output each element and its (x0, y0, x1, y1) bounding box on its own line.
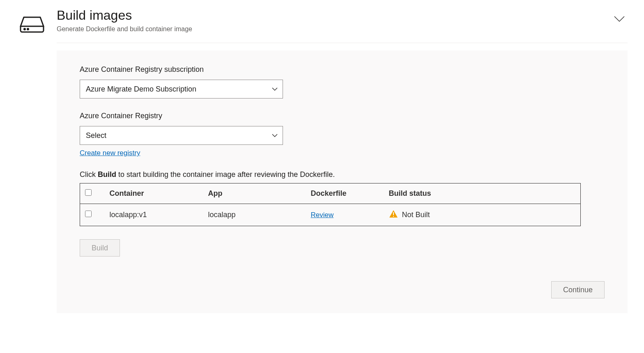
registry-value: Select (86, 131, 106, 140)
help-text: Click Build to start building the contai… (80, 170, 605, 179)
cell-container: localapp:v1 (105, 204, 203, 226)
storage-icon (20, 16, 44, 313)
continue-button[interactable]: Continue (551, 281, 605, 298)
subscription-label: Azure Container Registry subscription (80, 65, 605, 74)
table-row: localapp:v1 localapp Review (80, 204, 581, 226)
row-checkbox[interactable] (85, 211, 92, 217)
col-app: App (203, 183, 306, 204)
page-subtitle: Generate Dockerfile and build container … (57, 25, 192, 33)
status-text: Not Built (402, 211, 430, 219)
images-table: Container App Dockerfile Build status lo… (80, 183, 581, 226)
registry-select[interactable]: Select (80, 126, 283, 145)
warning-icon (389, 210, 398, 220)
collapse-toggle[interactable] (613, 7, 628, 25)
svg-point-1 (24, 29, 25, 30)
cell-app: localapp (203, 204, 306, 226)
select-all-checkbox[interactable] (85, 189, 92, 196)
svg-rect-3 (393, 212, 394, 215)
registry-label: Azure Container Registry (80, 112, 605, 120)
col-container: Container (105, 183, 203, 204)
subscription-value: Azure Migrate Demo Subscription (86, 85, 196, 94)
build-button[interactable]: Build (80, 239, 120, 257)
subscription-select[interactable]: Azure Migrate Demo Subscription (80, 80, 283, 99)
col-status: Build status (384, 183, 581, 204)
create-registry-link[interactable]: Create new registry (80, 149, 140, 157)
col-dockerfile: Dockerfile (306, 183, 384, 204)
page-title: Build images (57, 7, 192, 23)
divider (57, 43, 628, 43)
svg-point-2 (28, 29, 29, 30)
svg-rect-4 (393, 216, 394, 217)
review-link[interactable]: Review (311, 211, 334, 219)
